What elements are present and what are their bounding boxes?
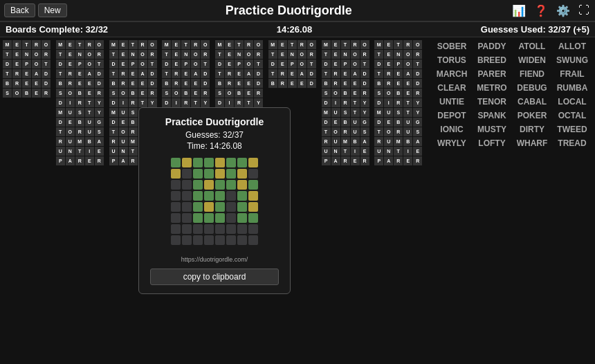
word-item: DIRTY	[513, 123, 551, 136]
popup-cell	[204, 158, 214, 167]
grid-row: DIRTY	[109, 98, 161, 107]
grid-cell: B	[394, 118, 403, 127]
grid-row: DEPOT	[109, 60, 161, 69]
grid-cell: B	[215, 79, 224, 88]
grid-cell: D	[307, 69, 316, 78]
grid-row: METRO	[215, 40, 267, 49]
grid-cell: T	[3, 69, 12, 78]
word-item: TENOR	[473, 95, 511, 108]
grid-cell: M	[215, 40, 224, 49]
grid-cell: G	[95, 118, 104, 127]
grid-cell: U	[403, 127, 412, 136]
grid-cell: O	[172, 89, 181, 98]
grid-cell: E	[129, 69, 138, 78]
grid-cell: B	[341, 118, 350, 127]
grid-cell: S	[360, 127, 369, 136]
grid-cell: O	[298, 60, 306, 69]
grid-cell: D	[95, 79, 104, 88]
word-item: WHARF	[513, 137, 551, 149]
grid-row: TREAD	[3, 69, 55, 78]
grid-cell: Y	[254, 98, 263, 107]
grid-cell: M	[341, 137, 350, 146]
popup-cell	[237, 202, 247, 212]
grid-cell: D	[374, 98, 383, 107]
grid-cell: R	[32, 40, 41, 49]
popup-cell	[171, 158, 181, 167]
grid-cell: T	[351, 98, 360, 107]
popup-url: https://duotrigordle.com/	[150, 256, 279, 263]
grid-cell: Y	[201, 98, 210, 107]
grid-cell: O	[331, 127, 340, 136]
grid-cell: N	[129, 50, 138, 59]
grid-row: SOBER	[215, 89, 267, 98]
grid-cell: R	[341, 156, 350, 165]
grid-cell: I	[225, 98, 234, 107]
grid-cell: Y	[95, 108, 104, 117]
grid-cell: O	[138, 60, 147, 69]
grid-row: SOBER	[374, 89, 426, 98]
word-item: LOFTY	[473, 137, 511, 149]
grid-cell: I	[403, 147, 412, 156]
grid-row: RUMBA	[322, 137, 374, 146]
popup-cell	[248, 191, 258, 201]
grid-cell: R	[360, 156, 369, 165]
grid-row: DEPOT	[162, 60, 214, 69]
grid-cell: T	[254, 60, 263, 69]
grid-cell: M	[374, 40, 383, 49]
grid-row: TENOR	[162, 50, 214, 59]
new-button[interactable]: New	[38, 3, 67, 17]
back-button[interactable]: Back	[4, 3, 35, 17]
grid-cell: U	[322, 147, 331, 156]
grid-cell: P	[129, 60, 138, 69]
grid-cell: T	[341, 40, 350, 49]
grid-cell: E	[225, 50, 234, 59]
popup-cell	[215, 169, 225, 179]
grid-cell: E	[129, 79, 138, 88]
grid-cell: D	[201, 79, 210, 88]
copy-button[interactable]: copy to clipboard	[150, 269, 279, 285]
grid-cell: R	[413, 156, 422, 165]
grid-cell: U	[331, 137, 340, 146]
grid-cell: P	[374, 156, 383, 165]
grid-cell: I	[172, 98, 181, 107]
grid-cell: D	[374, 60, 383, 69]
grid-row: BREED	[322, 79, 374, 88]
grid-row: PARER	[56, 156, 108, 165]
grid-cell: S	[374, 89, 383, 98]
grid-cell: U	[403, 118, 412, 127]
grid-cell: U	[85, 127, 94, 136]
word-item: DEPOT	[433, 109, 470, 122]
help-icon[interactable]: ❓	[533, 4, 549, 17]
grid-row: TREAD	[268, 69, 320, 78]
grid-cell: R	[95, 156, 104, 165]
word-item: LOCAL	[553, 95, 591, 108]
grid-cell: E	[85, 79, 94, 88]
popup-cell	[193, 202, 203, 212]
popup-cell	[204, 213, 214, 223]
popup-cell	[226, 180, 236, 190]
grid-row: BREED	[215, 79, 267, 88]
grid-cell: R	[254, 50, 263, 59]
grid-cell: E	[403, 89, 412, 98]
grid-row: DEPOT	[3, 60, 55, 69]
popup-cell	[171, 224, 181, 234]
grid-cell: D	[254, 69, 263, 78]
grid-cell: N	[384, 147, 393, 156]
grid-cell: E	[138, 79, 147, 88]
settings-icon[interactable]: ⚙️	[555, 4, 571, 17]
grid-cell: U	[119, 108, 128, 117]
grid-cell: M	[268, 40, 277, 49]
grid-row: BREED	[162, 79, 214, 88]
grid-cell: D	[374, 118, 383, 127]
grid-cell: S	[56, 89, 65, 98]
word-grid: METROTENORDEPOTTREADBREEDSOBER	[3, 40, 55, 165]
fullscreen-icon[interactable]: ⛶	[577, 4, 591, 17]
word-item: MUSTY	[473, 123, 511, 136]
grid-row: TENOR	[56, 50, 108, 59]
word-item: ALLOT	[553, 40, 591, 53]
chart-icon[interactable]: 📊	[511, 4, 527, 17]
grid-cell: O	[351, 60, 360, 69]
grid-row: TREAD	[322, 69, 374, 78]
word-item: BREED	[473, 54, 511, 66]
grid-cell: M	[374, 108, 383, 117]
